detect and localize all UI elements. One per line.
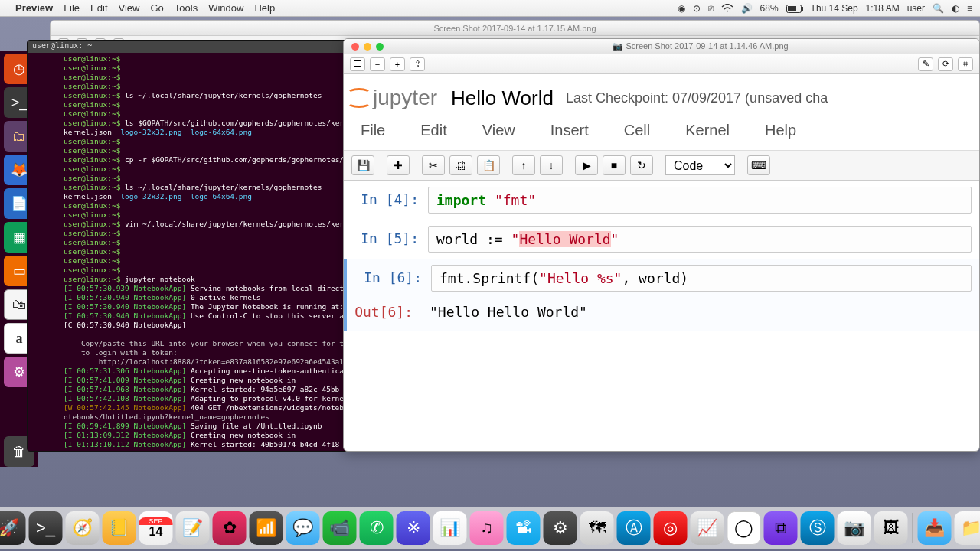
skype-icon[interactable]: Ⓢ <box>801 511 835 545</box>
date[interactable]: Thu 14 Sep <box>811 3 858 14</box>
paste-icon[interactable]: 📋 <box>477 155 500 175</box>
notebook-cell[interactable]: In [5]: world := "Hello World" <box>344 220 979 259</box>
notebook-menu: File Edit View Insert Cell Kernel Help <box>344 114 979 151</box>
terminal-body[interactable]: user@linux:~$ user@linux:~$ user@linux:~… <box>28 53 363 452</box>
notif-icon[interactable]: ≡ <box>967 3 972 14</box>
cell-output: "Hello Hello World" <box>422 299 972 324</box>
screen-icon[interactable]: ⎚ <box>708 3 714 14</box>
cut-icon[interactable]: ✂ <box>422 155 445 175</box>
cell-input[interactable]: fmt.Sprintf("Hello %s", world) <box>431 265 972 292</box>
command-palette-icon[interactable]: ⌨ <box>747 155 770 175</box>
copy-icon[interactable]: ⿻ <box>449 155 472 175</box>
menu-go[interactable]: Go <box>150 2 163 14</box>
checkpoint-text: Last Checkpoint: 07/09/2017 (unsaved cha <box>566 90 828 106</box>
battery-icon[interactable] <box>786 3 803 14</box>
cell-prompt: In [5]: <box>351 226 428 246</box>
cell-out-prompt: Out[6]: <box>345 299 422 324</box>
nb-menu-edit[interactable]: Edit <box>420 122 446 139</box>
zoom-icon[interactable] <box>376 43 384 51</box>
preview-window: 📷 Screen Shot 2017-09-14 at 1.14.46 AM.p… <box>343 38 980 452</box>
sysprefs-icon[interactable]: ⚙ <box>544 511 577 545</box>
photos-icon[interactable]: ✿ <box>213 511 247 545</box>
calendar-icon[interactable]: SEP14 <box>139 511 173 545</box>
rotate-icon[interactable]: ⟳ <box>938 57 953 71</box>
mac-dock: 🙂 🚀 >_ 🧭 📒 SEP14 📝 ✿ 📶 💬 📹 ✆ ※ 📊 ♫ 📽 ⚙ 🗺… <box>0 507 980 549</box>
notes-icon[interactable]: 📝 <box>176 511 210 545</box>
menu-file[interactable]: File <box>64 2 80 14</box>
zoom-out-icon[interactable]: − <box>370 57 385 71</box>
jupyter-logo-icon[interactable]: jupyter <box>344 85 437 111</box>
utility-icon[interactable]: ◎ <box>654 511 688 545</box>
nb-menu-kernel[interactable]: Kernel <box>685 122 730 139</box>
cell-input[interactable]: world := "Hello World" <box>428 226 972 253</box>
folder-icon[interactable]: 📁 <box>955 511 981 545</box>
mac-menubar: Preview File Edit View Go Tools Window H… <box>0 0 980 17</box>
quicktime-icon[interactable]: 📷 <box>838 511 871 545</box>
crop-icon[interactable]: ⌗ <box>958 57 973 71</box>
nb-menu-insert[interactable]: Insert <box>550 122 589 139</box>
app-name[interactable]: Preview <box>15 2 53 14</box>
dock-divider <box>913 513 913 543</box>
contacts-icon[interactable]: 📒 <box>103 511 136 545</box>
menu-help[interactable]: Help <box>254 2 275 14</box>
status-icon[interactable]: ⊙ <box>693 3 701 14</box>
zoom-in-icon[interactable]: + <box>390 57 405 71</box>
safari-icon[interactable]: 🧭 <box>66 511 100 545</box>
messages-icon[interactable]: 💬 <box>286 511 320 545</box>
spotlight-icon[interactable]: 🔍 <box>933 3 944 14</box>
notebook-cell[interactable]: In [4]: import "fmt" <box>344 181 979 220</box>
activity-icon[interactable]: 📈 <box>691 511 724 545</box>
reminders-icon[interactable]: 📶 <box>250 511 283 545</box>
downloads-icon[interactable]: 📥 <box>918 511 952 545</box>
time[interactable]: 1:18 AM <box>866 3 900 14</box>
menu-window[interactable]: Window <box>208 2 243 14</box>
keynote-icon[interactable]: 📽 <box>507 511 541 545</box>
maps-icon[interactable]: 🗺 <box>580 511 614 545</box>
nb-menu-file[interactable]: File <box>361 122 385 139</box>
restart-icon[interactable]: ↻ <box>630 155 653 175</box>
appstore-icon[interactable]: Ⓐ <box>617 511 651 545</box>
move-down-icon[interactable]: ↓ <box>540 155 563 175</box>
vscode-icon[interactable]: ⧉ <box>764 511 798 545</box>
nb-menu-help[interactable]: Help <box>765 122 796 139</box>
launchpad-icon[interactable]: 🚀 <box>0 511 26 545</box>
menu-tools[interactable]: Tools <box>175 2 198 14</box>
menu-view[interactable]: View <box>119 2 140 14</box>
markup-icon[interactable]: ✎ <box>918 57 933 71</box>
siri-icon[interactable]: ◐ <box>952 3 959 14</box>
cell-input[interactable]: import "fmt" <box>428 187 972 214</box>
cell-type-select[interactable]: Code <box>665 155 735 175</box>
close-icon[interactable] <box>351 43 359 51</box>
minimize-icon[interactable] <box>364 43 371 51</box>
terminal-title: user@linux: ~ <box>28 41 363 53</box>
terminal-window[interactable]: user@linux: ~ user@linux:~$ user@linux:~… <box>27 40 364 452</box>
iterm-icon[interactable]: >_ <box>29 511 63 545</box>
move-up-icon[interactable]: ↑ <box>512 155 535 175</box>
sidebar-icon[interactable]: ☰ <box>350 57 365 71</box>
wifi-icon[interactable] <box>721 3 733 14</box>
run-icon[interactable]: ▶ <box>575 155 598 175</box>
user[interactable]: user <box>907 3 925 14</box>
notebook-cells: In [4]: import "fmt" In [5]: world := "H… <box>344 181 979 331</box>
slack-icon[interactable]: ※ <box>397 511 430 545</box>
share-icon[interactable]: ⇪ <box>410 57 425 71</box>
itunes-icon[interactable]: ♫ <box>470 511 504 545</box>
facetime-icon[interactable]: 📹 <box>323 511 357 545</box>
preview-toolbar: ☰ − + ⇪ ✎ ⟳ ⌗ <box>344 54 979 74</box>
whatsapp-icon[interactable]: ✆ <box>360 511 394 545</box>
cell-prompt: In [6]: <box>354 265 431 285</box>
menu-edit[interactable]: Edit <box>90 2 107 14</box>
volume-icon[interactable]: 🔊 <box>741 3 753 14</box>
notebook-title[interactable]: Hello World <box>451 86 554 110</box>
notebook-cell[interactable]: In [6]: fmt.Sprintf("Hello %s", world) O… <box>344 259 979 331</box>
numbers-icon[interactable]: 📊 <box>433 511 467 545</box>
chrome-icon[interactable]: ◯ <box>727 511 761 545</box>
preview-icon[interactable]: 🖼 <box>874 511 908 545</box>
window-titlebar[interactable]: 📷 Screen Shot 2017-09-14 at 1.14.46 AM.p… <box>344 39 979 54</box>
stop-icon[interactable]: ■ <box>603 155 626 175</box>
status-icon[interactable]: ◉ <box>678 3 685 14</box>
add-cell-icon[interactable]: ✚ <box>387 155 410 175</box>
nb-menu-cell[interactable]: Cell <box>624 122 650 139</box>
nb-menu-view[interactable]: View <box>482 122 515 139</box>
save-icon[interactable]: 💾 <box>351 155 374 175</box>
